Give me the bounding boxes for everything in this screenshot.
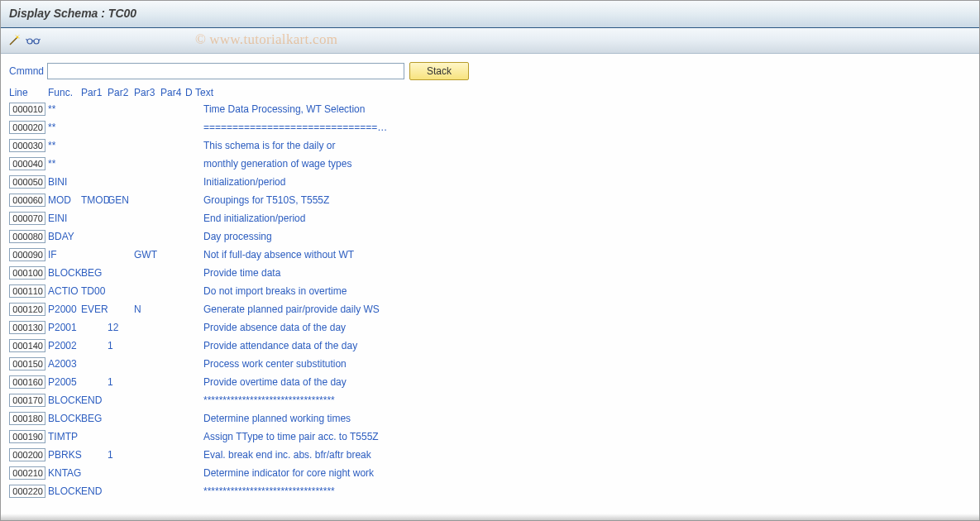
cell-func: PBRKS	[48, 449, 81, 461]
table-row: ACTIOTD00Do not import breaks in overtim…	[9, 282, 971, 300]
cell-func: **	[48, 122, 81, 133]
line-input[interactable]	[9, 175, 45, 189]
cell-par1: TD00	[81, 285, 108, 297]
cell-func: BLOCK	[48, 413, 81, 424]
table-row: P200112Provide absence data of the day	[9, 318, 971, 337]
line-input[interactable]	[9, 284, 45, 298]
col-par3: Par3	[134, 87, 160, 98]
col-d: D	[185, 87, 195, 98]
cell-text: Determine indicator for core night work	[195, 467, 971, 479]
table-row: KNTAGDetermine indicator for core night …	[9, 464, 971, 482]
page-title: Display Schema : TC00	[9, 7, 136, 20]
cell-par1: TMOD	[81, 194, 108, 206]
cell-func: BINI	[48, 176, 81, 188]
col-par2: Par2	[108, 87, 134, 98]
table-row: BLOCKEND********************************…	[9, 391, 971, 409]
cell-text: Eval. break end inc. abs. bfr/aftr break	[195, 449, 971, 461]
cell-text: Determine planned working times	[195, 413, 971, 424]
cell-text: Not if full-day absence without WT	[195, 249, 971, 260]
cell-func: EINI	[48, 213, 81, 224]
line-input[interactable]	[9, 466, 45, 480]
cell-text: Groupings for T510S, T555Z	[195, 194, 971, 206]
app-window: Display Schema : TC00 ©www.tutorialkart.…	[0, 0, 980, 521]
cell-text: This schema is for the daily or	[195, 140, 971, 151]
cell-text: Provide overtime data of the day	[195, 376, 971, 388]
cell-func: A2003	[48, 358, 81, 370]
cell-text: **********************************	[195, 394, 971, 406]
table-row: MODTMODGENGroupings for T510S, T555Z	[9, 191, 971, 209]
cell-func: BLOCK	[48, 267, 81, 279]
line-input[interactable]	[9, 321, 45, 334]
cell-func: BLOCK	[48, 485, 81, 497]
cell-par2: 1	[108, 376, 134, 388]
table-row: **==============================…	[9, 118, 971, 136]
cell-par3: GWT	[134, 249, 160, 260]
cell-text: Assign TType to time pair acc. to T555Z	[195, 431, 971, 442]
line-input[interactable]	[9, 248, 45, 261]
command-row: Cmmnd Stack	[9, 62, 971, 80]
table-row: BINIInitialization/period	[9, 173, 971, 191]
line-input[interactable]	[9, 394, 45, 407]
table-row: P20021Provide attendance data of the day	[9, 337, 971, 355]
cell-text: ==============================…	[195, 122, 971, 133]
table-row: P20051Provide overtime data of the day	[9, 373, 971, 391]
bottom-shadow	[1, 514, 979, 520]
cell-func: KNTAG	[48, 467, 81, 479]
line-input[interactable]	[9, 485, 45, 498]
line-input[interactable]	[9, 448, 45, 461]
watermark: ©www.tutorialkart.com	[195, 31, 337, 48]
line-input[interactable]	[9, 303, 45, 316]
col-line: Line	[9, 87, 48, 98]
cell-func: P2001	[48, 322, 81, 333]
table-row: P2000EVERNGenerate planned pair/provide …	[9, 300, 971, 318]
body-area: Cmmnd Stack Line Func. Par1 Par2 Par3 Pa…	[1, 54, 979, 500]
line-input[interactable]	[9, 266, 45, 280]
line-input[interactable]	[9, 339, 45, 352]
cell-text: Generate planned pair/provide daily WS	[195, 304, 971, 315]
cell-func: TIMTP	[48, 431, 81, 442]
command-input[interactable]	[47, 63, 404, 79]
cell-text: Initialization/period	[195, 176, 971, 188]
line-input[interactable]	[9, 212, 45, 225]
cell-text: Provide attendance data of the day	[195, 340, 971, 351]
cell-text: Process work center substitution	[195, 358, 971, 370]
table-row: BDAYDay processing	[9, 227, 971, 246]
cell-par2: 12	[108, 322, 134, 333]
line-input[interactable]	[9, 430, 45, 443]
svg-line-8	[39, 39, 41, 41]
cell-func: BLOCK	[48, 394, 81, 406]
svg-point-5	[27, 39, 32, 44]
line-input[interactable]	[9, 375, 45, 389]
cell-text: Provide absence data of the day	[195, 322, 971, 333]
line-input[interactable]	[9, 194, 45, 207]
svg-line-3	[18, 36, 19, 36]
line-input[interactable]	[9, 121, 45, 134]
cell-func: **	[48, 158, 81, 170]
col-text: Text	[195, 87, 971, 98]
wand-icon[interactable]	[7, 34, 21, 47]
title-bar: Display Schema : TC00	[1, 1, 979, 28]
cell-par1: BEG	[81, 267, 108, 279]
line-input[interactable]	[9, 157, 45, 170]
table-row: BLOCKBEGProvide time data	[9, 264, 971, 282]
line-input[interactable]	[9, 230, 45, 243]
cell-func: MOD	[48, 194, 81, 206]
cell-text: monthly generation of wage types	[195, 158, 971, 170]
cell-text: **********************************	[195, 485, 971, 497]
cell-par1: BEG	[81, 413, 108, 424]
line-input[interactable]	[9, 103, 45, 116]
rows-container: **Time Data Processing, WT Selection**==…	[9, 100, 971, 500]
col-func: Func.	[48, 87, 81, 98]
table-row: PBRKS1Eval. break end inc. abs. bfr/aftr…	[9, 446, 971, 464]
cell-func: P2000	[48, 304, 81, 315]
cell-func: **	[48, 103, 81, 115]
svg-line-0	[10, 37, 17, 45]
line-input[interactable]	[9, 412, 45, 425]
line-input[interactable]	[9, 357, 45, 370]
stack-button[interactable]: Stack	[409, 62, 469, 80]
line-input[interactable]	[9, 139, 45, 152]
table-row: BLOCKBEGDetermine planned working times	[9, 409, 971, 428]
glasses-icon[interactable]	[26, 35, 41, 46]
table-row: IFGWTNot if full-day absence without WT	[9, 246, 971, 264]
cell-text: End initialization/period	[195, 213, 971, 224]
